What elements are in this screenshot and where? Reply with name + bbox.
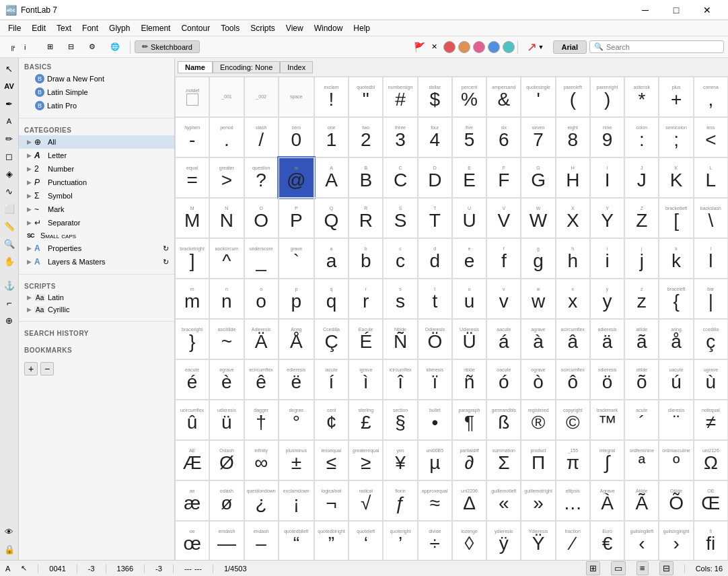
glyph-cell[interactable]: quoteleft‘ — [349, 521, 383, 560]
sidebar-cat-properties[interactable]: ▶ A Properties ↻ — [19, 242, 174, 255]
glyph-cell[interactable]: bb — [349, 238, 383, 279]
glyph-cell[interactable]: dieresis¨ — [659, 400, 693, 440]
glyph-cell[interactable]: trademark™ — [590, 400, 624, 440]
glyph-cell[interactable]: _002 — [244, 77, 279, 117]
glyph-cell[interactable]: uacuteú — [659, 359, 693, 400]
glyph-cell[interactable]: NtildeÑ — [383, 319, 417, 359]
glyph-cell[interactable]: atildeã — [624, 319, 659, 359]
sidebar-basics-latin-simple[interactable]: B Latin Simple — [19, 85, 174, 99]
glyph-cell[interactable]: oslashø — [209, 480, 244, 521]
glyph-cell[interactable]: braceright} — [175, 319, 209, 359]
glyph-cell[interactable]: bracketright] — [175, 238, 209, 279]
glyph-cell[interactable]: four4 — [418, 117, 452, 157]
glyph-cell[interactable]: uni2126Ω — [694, 440, 728, 480]
menu-view[interactable]: View — [281, 22, 309, 34]
remove-item-btn[interactable]: − — [40, 362, 54, 375]
sidebar-cat-mark[interactable]: ▶ ~ Mark — [19, 203, 174, 216]
glyph-cell[interactable]: icircumflexî — [383, 359, 417, 400]
menu-font[interactable]: Font — [77, 22, 104, 34]
glyph-cell[interactable]: EacuteÉ — [349, 319, 383, 359]
glyph-cell[interactable]: eight8 — [556, 117, 590, 157]
glyph-cell[interactable]: greaterequal≥ — [349, 440, 383, 480]
glyph-cell[interactable]: ff — [486, 238, 521, 279]
sidebar-cat-separator[interactable]: ▶ ↵ Separator — [19, 216, 174, 229]
glyph-cell[interactable]: asterisk* — [624, 77, 659, 117]
glyph-cell[interactable]: LL — [694, 157, 728, 198]
glyph-cell[interactable]: integral∫ — [590, 440, 624, 480]
glyph-cell[interactable]: quotedblleft“ — [279, 521, 314, 560]
toolbar-grid[interactable]: ⊞ — [41, 40, 59, 53]
glyph-cell[interactable]: semicolon; — [659, 117, 693, 157]
sidebar-cat-punct[interactable]: ▶ P Punctuation — [19, 176, 174, 189]
glyph-cell[interactable]: uni00B5µ — [418, 440, 452, 480]
glyph-cell[interactable]: less< — [694, 117, 728, 157]
glyph-cell[interactable]: AgraveÀ — [590, 480, 624, 521]
glyph-cell[interactable]: acute´ — [624, 400, 659, 440]
glyph-cell[interactable]: ordfeminineª — [624, 440, 659, 480]
glyph-cell[interactable]: hyphen- — [175, 117, 209, 157]
glyph-cell[interactable]: pp — [279, 279, 314, 319]
glyph-cell[interactable]: endash– — [244, 521, 279, 560]
glyph-cell[interactable]: AA — [314, 157, 349, 198]
font-tab[interactable]: Arial — [553, 40, 587, 54]
glyph-cell[interactable]: mm — [175, 279, 209, 319]
glyph-cell[interactable]: cc — [383, 238, 417, 279]
glyph-cell[interactable]: colon: — [624, 117, 659, 157]
glyph-cell[interactable]: oacuteó — [486, 359, 521, 400]
glyph-cell[interactable]: period. — [209, 117, 244, 157]
glyph-cell[interactable]: dollar$ — [418, 77, 452, 117]
tool-guide[interactable]: ⊕ — [1, 312, 17, 328]
glyph-cell[interactable]: emdash— — [209, 521, 244, 560]
glyph-cell[interactable]: QQ — [314, 198, 349, 238]
glyph-cell[interactable]: approxequal≈ — [418, 480, 452, 521]
glyph-cell[interactable]: seven7 — [521, 117, 555, 157]
glyph-cell[interactable]: asciitilde~ — [209, 319, 244, 359]
glyph-cell[interactable]: KK — [659, 157, 693, 198]
glyph-cell[interactable]: at@ — [279, 157, 314, 198]
glyph-cell[interactable]: aringå — [659, 319, 693, 359]
glyph-cell[interactable]: question? — [244, 157, 279, 198]
glyph-cell[interactable]: CC — [383, 157, 417, 198]
glyph-cell[interactable]: UU — [452, 198, 486, 238]
glyph-cell[interactable]: ampersand& — [486, 77, 521, 117]
glyph-cell[interactable]: OdieresisÖ — [418, 319, 452, 359]
menu-edit[interactable]: Edit — [26, 22, 51, 34]
glyph-cell[interactable]: ocircumflexô — [556, 359, 590, 400]
glyph-cell[interactable]: ucircumflexû — [175, 400, 209, 440]
glyph-cell[interactable]: DD — [418, 157, 452, 198]
glyph-cell[interactable]: uni2206Δ — [452, 480, 486, 521]
glyph-cell[interactable]: otildeõ — [624, 359, 659, 400]
toolbar-tool1[interactable]: ╔ — [4, 41, 21, 52]
tool-brush[interactable]: A — [1, 113, 17, 129]
glyph-cell[interactable]: zero0 — [279, 117, 314, 157]
glyph-cell[interactable]: aacuteá — [486, 319, 521, 359]
glyph-cell[interactable]: guillemotleft« — [486, 480, 521, 521]
cat-lm-refresh[interactable]: ↻ — [163, 258, 169, 266]
glyph-cell[interactable]: guilsinglright› — [659, 521, 693, 560]
glyph-cell[interactable]: qq — [314, 279, 349, 319]
tool-eye[interactable]: 👁 — [1, 524, 17, 540]
glyph-cell[interactable]: PP — [279, 198, 314, 238]
sidebar-cat-all[interactable]: ▶ ⊕ All — [19, 135, 174, 149]
glyph-cell[interactable]: slash/ — [244, 117, 279, 157]
glyph-cell[interactable]: infinity∞ — [244, 440, 279, 480]
search-box[interactable]: 🔍 — [589, 40, 724, 53]
glyph-cell[interactable]: XX — [556, 198, 590, 238]
glyph-cell[interactable]: florinƒ — [383, 480, 417, 521]
glyph-cell[interactable]: OtildeÕ — [659, 480, 693, 521]
glyph-cell[interactable]: braceleft{ — [659, 279, 693, 319]
glyph-cell[interactable]: HH — [556, 157, 590, 198]
glyph-cell[interactable]: II — [590, 157, 624, 198]
glyph-cell[interactable]: .notdef — [175, 77, 209, 117]
view-btn-4[interactable]: ⊟ — [659, 561, 674, 575]
menu-help[interactable]: Help — [348, 22, 375, 34]
glyph-cell[interactable]: GG — [521, 157, 555, 198]
glyph-grid-area[interactable]: .notdef_001_002spaceexclam!quotedbl"numb… — [175, 77, 728, 560]
menu-text[interactable]: Text — [51, 22, 77, 34]
glyph-cell[interactable]: copyright© — [556, 400, 590, 440]
tool-measure[interactable]: 📏 — [1, 218, 17, 234]
glyph-cell[interactable]: vv — [486, 279, 521, 319]
glyph-cell[interactable]: three3 — [383, 117, 417, 157]
sidebar-basics-latin-pro[interactable]: B Latin Pro — [19, 99, 174, 112]
glyph-cell[interactable]: dagger† — [244, 400, 279, 440]
